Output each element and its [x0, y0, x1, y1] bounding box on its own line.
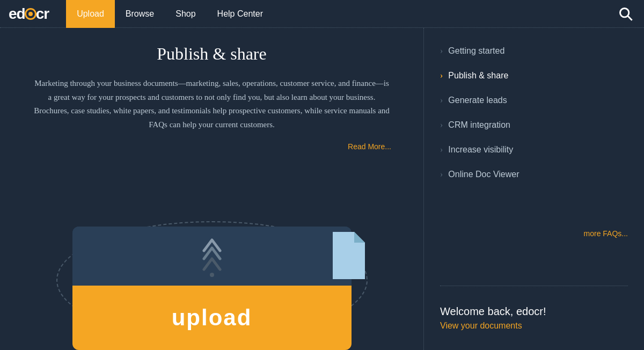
upload-card-top: [72, 227, 352, 286]
view-documents-link[interactable]: View your documents: [440, 321, 522, 330]
chevron-icon-publish-share: ›: [440, 71, 443, 81]
chevron-icon-generate-leads: ›: [440, 96, 443, 105]
sidebar-label-generate-leads: Generate leads: [448, 96, 507, 105]
svg-point-0: [620, 8, 629, 17]
left-panel: Publish & share Marketing through your b…: [0, 28, 424, 350]
upload-arrows-icon: [191, 232, 233, 280]
chevron-icon-doc-viewer: ›: [440, 170, 443, 179]
nav-help-center[interactable]: Help Center: [207, 0, 274, 28]
logo-text-start: ed: [9, 5, 25, 23]
logo-text-end: cr: [36, 5, 49, 23]
nav-browse[interactable]: Browse: [115, 0, 165, 28]
read-more-link[interactable]: Read More...: [32, 142, 391, 151]
sidebar-label-crm: CRM integration: [448, 120, 510, 130]
right-panel: › Getting started › Publish & share › Ge…: [424, 28, 644, 350]
search-button[interactable]: [616, 4, 635, 24]
right-panel-bottom: Welcome back, edocr! View your documents: [440, 286, 628, 339]
navigation: ed cr Upload Browse Shop Help Center: [0, 0, 644, 28]
nav-upload[interactable]: Upload: [66, 0, 115, 28]
content-area: Publish & share Marketing through your b…: [0, 28, 423, 216]
nav-shop[interactable]: Shop: [165, 0, 206, 28]
welcome-section: Welcome back, edocr! View your documents: [440, 297, 628, 339]
sidebar-item-online-doc-viewer[interactable]: › Online Doc Viewer: [440, 162, 628, 187]
chevron-icon-getting-started: ›: [440, 46, 443, 56]
page-title: Publish & share: [32, 44, 391, 64]
search-icon: [618, 6, 633, 21]
chevron-icon-crm: ›: [440, 120, 443, 130]
page-body: Marketing through your business document…: [32, 77, 391, 132]
sidebar-item-crm-integration[interactable]: › CRM integration: [440, 113, 628, 137]
logo[interactable]: ed cr: [9, 5, 49, 23]
upload-card[interactable]: upload: [72, 227, 352, 350]
main-container: Publish & share Marketing through your b…: [0, 28, 644, 350]
upload-area: upload: [0, 216, 423, 350]
sidebar-item-increase-visibility[interactable]: › Increase visibility: [440, 137, 628, 162]
logo-o: [25, 8, 36, 20]
sidebar-label-visibility: Increase visibility: [448, 145, 513, 155]
chevron-icon-visibility: ›: [440, 145, 443, 155]
more-faqs-link[interactable]: more FAQs...: [440, 229, 628, 243]
document-icon: [330, 232, 368, 280]
sidebar-item-getting-started[interactable]: › Getting started: [440, 39, 628, 63]
sidebar-label-doc-viewer: Online Doc Viewer: [448, 170, 519, 179]
sidebar-item-publish-share[interactable]: › Publish & share: [440, 63, 628, 88]
sidebar-label-getting-started: Getting started: [448, 46, 504, 56]
nav-links: Upload Browse Shop Help Center: [66, 0, 616, 28]
upload-card-bottom: upload: [72, 286, 352, 350]
sidebar-item-generate-leads[interactable]: › Generate leads: [440, 88, 628, 113]
sidebar-items: › Getting started › Publish & share › Ge…: [440, 39, 628, 187]
upload-label: upload: [172, 305, 252, 331]
sidebar-label-publish-share: Publish & share: [448, 71, 508, 81]
welcome-text: Welcome back, edocr!: [440, 305, 628, 318]
svg-line-1: [628, 16, 632, 20]
svg-point-2: [210, 273, 214, 277]
